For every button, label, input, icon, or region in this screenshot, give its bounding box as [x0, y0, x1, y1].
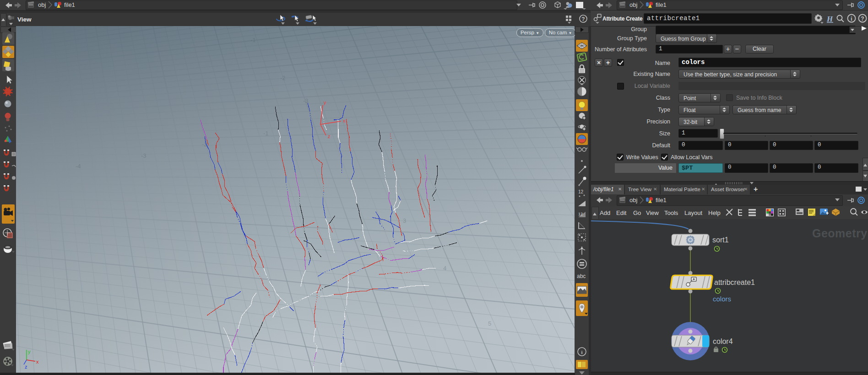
svg-text:y: y	[324, 100, 326, 105]
svg-text:?: ?	[861, 16, 864, 22]
svg-text:i: i	[851, 16, 852, 22]
svg-text:H: H	[826, 15, 833, 23]
svg-text:y: y	[28, 349, 31, 354]
svg-text:x: x	[36, 359, 39, 364]
svg-text:sort1: sort1	[712, 236, 729, 244]
svg-text:attribcreate1: attribcreate1	[714, 279, 755, 286]
svg-text:-2: -2	[280, 75, 286, 81]
svg-text:z: z	[25, 364, 27, 370]
svg-text:x: x	[343, 118, 346, 123]
svg-text:4: 4	[443, 265, 446, 272]
svg-text:12: 12	[578, 212, 583, 216]
svg-text:colors: colors	[713, 295, 731, 303]
svg-text:abc: abc	[577, 273, 586, 279]
svg-text:-3: -3	[141, 152, 146, 159]
svg-text:5: 5	[488, 320, 491, 327]
svg-text:color4: color4	[713, 338, 733, 345]
svg-text:12: 12	[578, 189, 584, 194]
svg-text:z: z	[328, 134, 331, 139]
svg-text:-4: -4	[76, 163, 81, 170]
svg-text:?: ?	[581, 16, 585, 22]
svg-text:-1: -1	[263, 130, 269, 137]
svg-text:i: i	[581, 349, 582, 355]
svg-text:3: 3	[403, 217, 406, 224]
svg-text:-1: -1	[250, 37, 256, 43]
